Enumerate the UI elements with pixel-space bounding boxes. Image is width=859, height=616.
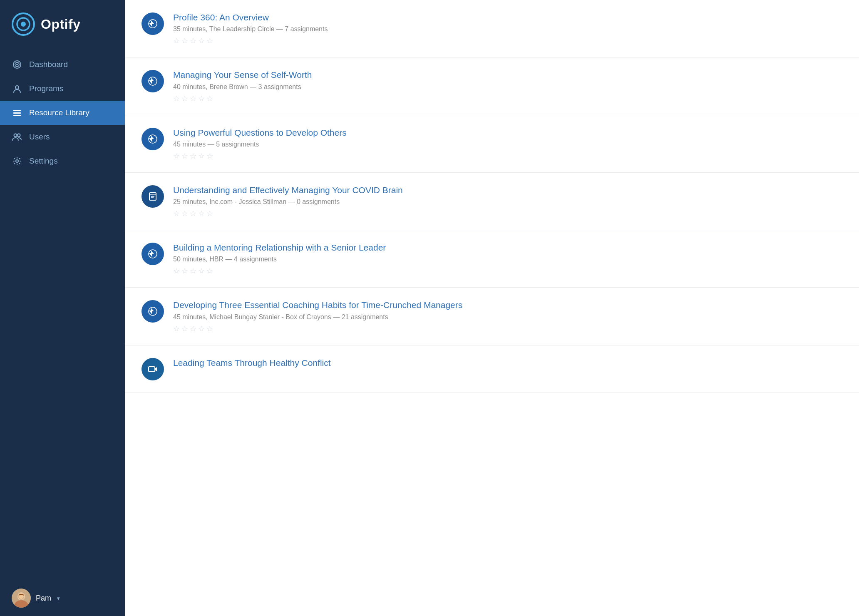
sidebar-item-settings-label: Settings: [29, 156, 58, 166]
star-1: ☆: [173, 266, 180, 276]
sidebar-item-users[interactable]: Users: [0, 125, 125, 149]
logo-area: Optify: [0, 0, 125, 48]
list-item[interactable]: Understanding and Effectively Managing Y…: [125, 173, 859, 230]
star-5: ☆: [206, 324, 213, 333]
resource-meta: 45 minutes, Michael Bungay Stanier - Box…: [173, 313, 842, 321]
resource-info: Building a Mentoring Relationship with a…: [173, 242, 842, 276]
resource-meta: 45 minutes — 5 assignments: [173, 141, 842, 148]
star-1: ☆: [173, 152, 180, 161]
star-5: ☆: [206, 266, 213, 276]
resource-title: Developing Three Essential Coaching Habi…: [173, 299, 842, 310]
star-3: ☆: [190, 266, 196, 276]
star-2: ☆: [181, 94, 188, 103]
star-4: ☆: [198, 266, 205, 276]
dashboard-icon: [12, 59, 22, 70]
svg-point-11: [17, 134, 20, 137]
users-icon: [12, 132, 22, 142]
star-5: ☆: [206, 36, 213, 45]
star-1: ☆: [173, 36, 180, 45]
star-rating: ☆ ☆ ☆ ☆ ☆: [173, 36, 842, 45]
sidebar-item-programs-label: Programs: [29, 84, 63, 93]
star-2: ☆: [181, 324, 188, 333]
resource-meta: 35 minutes, The Leadership Circle — 7 as…: [173, 25, 842, 33]
avatar: [12, 589, 31, 608]
resource-icon-video: [142, 358, 164, 380]
list-item[interactable]: Developing Three Essential Coaching Habi…: [125, 288, 859, 345]
sidebar-item-settings[interactable]: Settings: [0, 149, 125, 173]
resource-info: Profile 360: An Overview 35 minutes, The…: [173, 12, 842, 45]
sidebar-item-dashboard[interactable]: Dashboard: [0, 52, 125, 77]
resource-icon-lightning: [142, 70, 164, 92]
resource-title: Profile 360: An Overview: [173, 12, 842, 23]
list-item[interactable]: Leading Teams Through Healthy Conflict: [125, 345, 859, 392]
resource-title: Leading Teams Through Healthy Conflict: [173, 357, 842, 368]
svg-point-2: [21, 22, 26, 27]
list-item[interactable]: Profile 360: An Overview 35 minutes, The…: [125, 0, 859, 57]
star-4: ☆: [198, 94, 205, 103]
star-5: ☆: [206, 209, 213, 218]
star-1: ☆: [173, 324, 180, 333]
star-3: ☆: [190, 94, 196, 103]
star-1: ☆: [173, 94, 180, 103]
star-rating: ☆ ☆ ☆ ☆ ☆: [173, 94, 842, 103]
resource-info: Leading Teams Through Healthy Conflict: [173, 357, 842, 371]
resource-icon-lightning: [142, 300, 164, 323]
list-item[interactable]: Managing Your Sense of Self-Worth 40 min…: [125, 57, 859, 115]
star-4: ☆: [198, 209, 205, 218]
svg-rect-27: [149, 367, 155, 372]
star-1: ☆: [173, 209, 180, 218]
svg-rect-7: [13, 110, 21, 111]
resource-meta: 25 minutes, Inc.com - Jessica Stillman —…: [173, 198, 842, 206]
star-rating: ☆ ☆ ☆ ☆ ☆: [173, 266, 842, 276]
sidebar: Optify Dashboard Programs: [0, 0, 125, 616]
resource-title: Using Powerful Questions to Develop Othe…: [173, 127, 842, 138]
star-3: ☆: [190, 152, 196, 161]
resource-meta: 50 minutes, HBR — 4 assignments: [173, 256, 842, 263]
resource-list: Profile 360: An Overview 35 minutes, The…: [125, 0, 859, 392]
user-menu[interactable]: Pam ▾: [0, 580, 125, 616]
resource-library-icon: [12, 107, 22, 118]
logo-text: Optify: [41, 17, 80, 32]
resource-icon-lightning: [142, 128, 164, 150]
star-rating: ☆ ☆ ☆ ☆ ☆: [173, 209, 842, 218]
star-3: ☆: [190, 36, 196, 45]
resource-info: Using Powerful Questions to Develop Othe…: [173, 127, 842, 161]
star-5: ☆: [206, 94, 213, 103]
star-4: ☆: [198, 324, 205, 333]
resource-title: Managing Your Sense of Self-Worth: [173, 69, 842, 80]
star-rating: ☆ ☆ ☆ ☆ ☆: [173, 152, 842, 161]
resource-icon-lightning: [142, 243, 164, 265]
sidebar-nav: Dashboard Programs Resource Library: [0, 48, 125, 580]
resource-info: Managing Your Sense of Self-Worth 40 min…: [173, 69, 842, 103]
star-4: ☆: [198, 152, 205, 161]
user-name: Pam: [36, 594, 51, 603]
resource-icon-lightning: [142, 12, 164, 35]
svg-rect-9: [13, 115, 21, 116]
star-2: ☆: [181, 266, 188, 276]
sidebar-item-programs[interactable]: Programs: [0, 77, 125, 101]
sidebar-item-resource-library-label: Resource Library: [29, 108, 89, 117]
star-2: ☆: [181, 152, 188, 161]
main-content: Profile 360: An Overview 35 minutes, The…: [125, 0, 859, 616]
star-4: ☆: [198, 36, 205, 45]
star-2: ☆: [181, 209, 188, 218]
resource-icon-book: [142, 185, 164, 208]
svg-point-6: [15, 86, 19, 89]
star-3: ☆: [190, 209, 196, 218]
star-3: ☆: [190, 324, 196, 333]
svg-point-12: [16, 160, 18, 162]
sidebar-item-users-label: Users: [29, 132, 50, 142]
svg-point-10: [14, 134, 17, 137]
list-item[interactable]: Using Powerful Questions to Develop Othe…: [125, 115, 859, 173]
svg-rect-8: [13, 112, 21, 114]
settings-icon: [12, 156, 22, 166]
optify-logo-icon: [12, 12, 35, 36]
resource-title: Building a Mentoring Relationship with a…: [173, 242, 842, 253]
list-item[interactable]: Building a Mentoring Relationship with a…: [125, 230, 859, 288]
resource-info: Developing Three Essential Coaching Habi…: [173, 299, 842, 333]
resource-title: Understanding and Effectively Managing Y…: [173, 184, 842, 196]
sidebar-item-resource-library[interactable]: Resource Library: [0, 101, 125, 125]
svg-point-5: [16, 64, 18, 65]
star-5: ☆: [206, 152, 213, 161]
user-chevron-icon: ▾: [57, 595, 60, 601]
